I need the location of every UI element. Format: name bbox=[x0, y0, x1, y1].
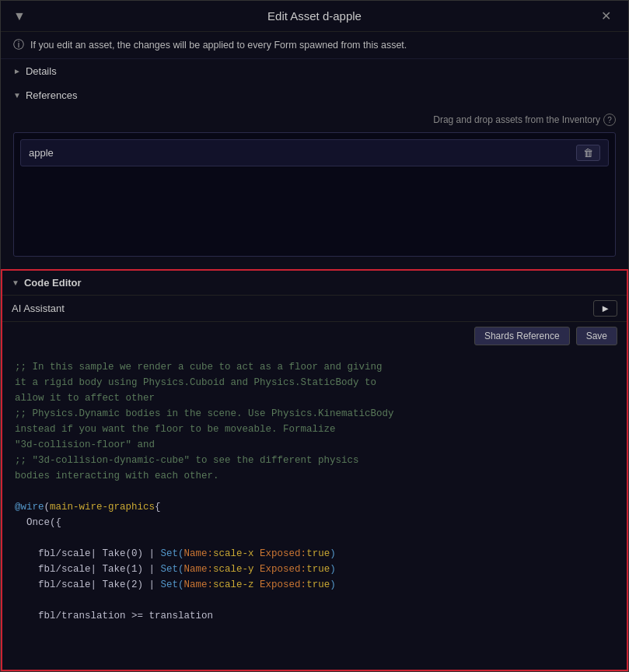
details-chevron-icon: ► bbox=[13, 67, 21, 75]
details-label: Details bbox=[26, 65, 57, 77]
title-chevron-icon: ▼ bbox=[13, 9, 26, 23]
code-editor-chevron-icon: ▼ bbox=[12, 278, 19, 287]
code-line-13: fbl/scale| Take(0) | Set(Name:scale-x Ex… bbox=[15, 546, 614, 562]
code-line-4: ;; Physics.Dynamic bodies in the scene. … bbox=[15, 406, 614, 422]
details-section: ► Details bbox=[1, 59, 628, 83]
ai-assistant-label: AI Assistant bbox=[12, 303, 65, 314]
title-bar: ▼ Edit Asset d-apple ✕ bbox=[1, 1, 628, 32]
code-line-15: fbl/scale| Take(2) | Set(Name:scale-z Ex… bbox=[15, 577, 614, 593]
code-line-10: @wire(main-wire-graphics{ bbox=[15, 499, 614, 515]
code-line-7: ;; "3d-collision-dynamic-cube" to see th… bbox=[15, 453, 614, 468]
code-line-1: ;; In this sample we render a cube to ac… bbox=[15, 359, 614, 375]
code-line-11: Once({ bbox=[15, 515, 614, 530]
help-icon[interactable]: ? bbox=[603, 114, 616, 126]
asset-name: apple bbox=[29, 147, 54, 159]
code-line-14: fbl/scale| Take(1) | Set(Name:scale-y Ex… bbox=[15, 562, 614, 577]
shards-reference-button[interactable]: Shards Reference bbox=[474, 327, 570, 345]
asset-drop-area[interactable]: apple 🗑 bbox=[13, 132, 616, 257]
code-editor-label: Code Editor bbox=[24, 277, 82, 289]
code-line-16 bbox=[15, 593, 614, 608]
info-bar: ⓘ If you edit an asset, the changes will… bbox=[1, 32, 628, 59]
code-line-9 bbox=[15, 484, 614, 499]
references-header[interactable]: ▼ References bbox=[1, 83, 628, 107]
code-line-12 bbox=[15, 530, 614, 546]
asset-item: apple 🗑 bbox=[20, 139, 609, 166]
code-line-3: allow it to affect other bbox=[15, 390, 614, 406]
save-button[interactable]: Save bbox=[576, 327, 617, 345]
details-header[interactable]: ► Details bbox=[1, 59, 628, 83]
code-line-17: fbl/translation >= translation bbox=[15, 608, 614, 624]
play-button[interactable]: ► bbox=[593, 300, 617, 317]
info-icon: ⓘ bbox=[13, 38, 24, 52]
references-label: References bbox=[26, 89, 77, 101]
code-line-2: it a rigid body using Physics.Cuboid and… bbox=[15, 375, 614, 390]
code-line-5: instead if you want the floor to be move… bbox=[15, 422, 614, 437]
main-window: ▼ Edit Asset d-apple ✕ ⓘ If you edit an … bbox=[0, 0, 629, 672]
drag-drop-label: Drag and drop assets from the Inventory … bbox=[13, 114, 616, 126]
window-title: Edit Asset d-apple bbox=[267, 9, 362, 23]
code-line-6: "3d-collision-floor" and bbox=[15, 437, 614, 453]
code-editor-header[interactable]: ▼ Code Editor bbox=[2, 271, 627, 296]
ai-assistant-bar: AI Assistant ► bbox=[2, 296, 627, 322]
close-button[interactable]: ✕ bbox=[596, 7, 616, 25]
references-chevron-icon: ▼ bbox=[13, 91, 21, 100]
references-content: Drag and drop assets from the Inventory … bbox=[1, 107, 628, 269]
references-section: ▼ References Drag and drop assets from t… bbox=[1, 83, 628, 269]
code-editor-section: ▼ Code Editor AI Assistant ► Shards Refe… bbox=[1, 269, 628, 671]
code-line-8: bodies interacting with each other. bbox=[15, 468, 614, 484]
info-text: If you edit an asset, the changes will b… bbox=[30, 40, 407, 51]
code-area[interactable]: ;; In this sample we render a cube to ac… bbox=[2, 350, 627, 670]
asset-delete-button[interactable]: 🗑 bbox=[576, 145, 600, 161]
code-toolbar: Shards Reference Save bbox=[2, 322, 627, 350]
